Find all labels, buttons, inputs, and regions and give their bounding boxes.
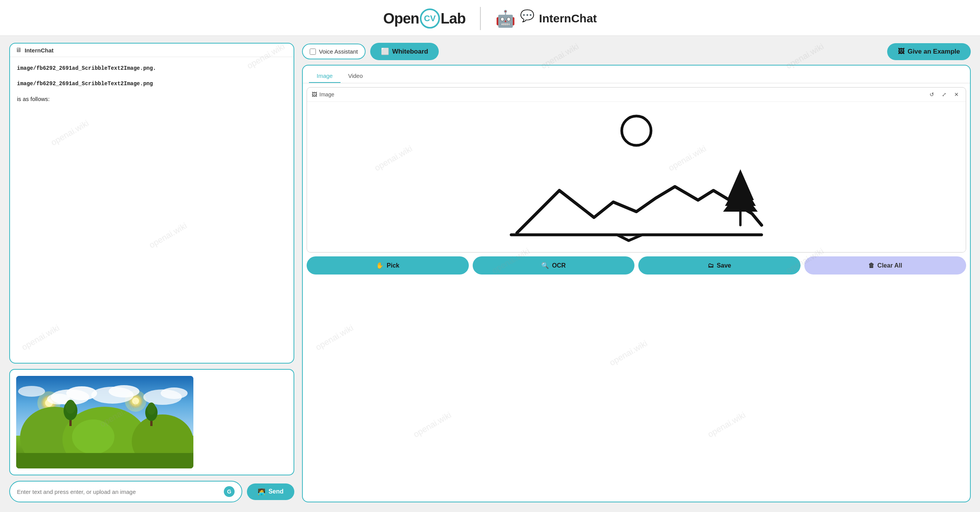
speech-bubble-icon: 💬 <box>520 9 534 22</box>
chat-title: InternChat <box>25 47 54 54</box>
chat-icon: 🖥 <box>15 47 22 54</box>
ocr-emoji-icon: 🔍 <box>541 262 549 269</box>
image-label-icon: 🖼 <box>312 91 317 98</box>
svg-point-19 <box>72 419 114 454</box>
canvas-tabs: Image Video <box>303 66 970 83</box>
chat-image-container <box>9 369 294 475</box>
svg-point-27 <box>622 116 651 145</box>
chat-code-line2: image/fb6292_2691ad_ScribbleText2Image.p… <box>17 81 153 87</box>
robot-icon: 🤖 <box>495 9 515 28</box>
drawing-area-wrapper: 🖼 Image ↺ ⤢ ✕ <box>303 83 970 256</box>
send-button[interactable]: 🧑‍💻 Send <box>247 483 294 500</box>
whiteboard-label: Whiteboard <box>392 48 428 56</box>
drawing-canvas[interactable] <box>307 102 966 252</box>
send-label: Send <box>268 488 284 495</box>
voice-assistant-control[interactable]: Voice Assistant <box>302 44 366 59</box>
send-emoji-icon: 🧑‍💻 <box>258 488 265 495</box>
give-example-emoji-icon: 🖼 <box>898 48 904 56</box>
ocr-label: OCR <box>552 262 566 269</box>
svg-point-22 <box>65 400 76 414</box>
svg-point-25 <box>147 403 156 415</box>
drawing-area-inner: 🖼 Image ↺ ⤢ ✕ <box>307 87 966 253</box>
bottom-actions: ✋ Pick 🔍 OCR 🗂 Save 🗑 Clear All <box>303 256 970 278</box>
undo-icon[interactable]: ↺ <box>927 90 936 99</box>
header: Open CV Lab 🤖 💬 InternChat <box>0 0 980 36</box>
svg-rect-26 <box>16 453 193 468</box>
top-controls: Voice Assistant ⬜ Whiteboard 🖼 Give an E… <box>302 43 971 60</box>
main-layout: 🖥 InternChat image/fb6292_2691ad_Scribbl… <box>0 36 980 509</box>
voice-assistant-checkbox[interactable] <box>310 49 316 55</box>
chat-code-line1: image/fb6292_2691ad_ScribbleText2Image.p… <box>17 65 156 71</box>
landscape-image <box>16 376 193 468</box>
pick-label: Pick <box>387 262 399 269</box>
clear-emoji-icon: 🗑 <box>868 262 874 269</box>
svg-point-14 <box>18 386 45 397</box>
whiteboard-button[interactable]: ⬜ Whiteboard <box>370 43 439 60</box>
logo-lab: Lab <box>441 10 466 27</box>
grammarly-icon[interactable]: G <box>224 486 235 497</box>
chat-message-2: image/fb6292_2691ad_ScribbleText2Image.p… <box>17 79 287 88</box>
svg-point-13 <box>161 387 188 399</box>
save-label: Save <box>717 262 731 269</box>
text-input-container[interactable]: G <box>9 481 242 502</box>
clear-all-label: Clear All <box>878 262 902 269</box>
internchat-logo: 🤖 💬 InternChat <box>495 9 597 28</box>
chat-text-input[interactable] <box>17 488 220 495</box>
logo-cv: CV <box>420 8 440 29</box>
opencvlab-logo: Open CV Lab <box>383 8 466 29</box>
pick-button[interactable]: ✋ Pick <box>307 256 469 275</box>
tab-video[interactable]: Video <box>341 69 371 83</box>
drawing-label: 🖼 Image <box>312 91 334 98</box>
chat-message-1: image/fb6292_2691ad_ScribbleText2Image.p… <box>17 63 287 72</box>
save-emoji-icon: 🗂 <box>708 262 714 269</box>
internchat-label: InternChat <box>539 12 597 25</box>
chat-message-3: is as follows: <box>17 94 287 104</box>
voice-assistant-label: Voice Assistant <box>319 48 358 55</box>
sketch-svg <box>307 102 966 252</box>
save-button[interactable]: 🗂 Save <box>638 256 800 275</box>
chat-messages: image/fb6292_2691ad_ScribbleText2Image.p… <box>10 57 294 110</box>
give-example-button[interactable]: 🖼 Give an Example <box>887 43 971 60</box>
whiteboard-emoji-icon: ⬜ <box>381 47 389 56</box>
right-panel: Voice Assistant ⬜ Whiteboard 🖼 Give an E… <box>302 43 971 502</box>
drawing-controls-right: ↺ ⤢ ✕ <box>927 90 961 99</box>
svg-point-11 <box>109 385 139 397</box>
give-example-label: Give an Example <box>908 48 960 56</box>
landscape-svg <box>16 376 193 468</box>
clear-all-button[interactable]: 🗑 Clear All <box>804 256 967 275</box>
tab-image[interactable]: Image <box>309 69 341 83</box>
image-label-text: Image <box>319 91 334 98</box>
chat-panel: 🖥 InternChat image/fb6292_2691ad_Scribbl… <box>9 43 294 502</box>
chat-header-bar: 🖥 InternChat <box>10 44 294 57</box>
canvas-panel: Image Video 🖼 Image ↺ ⤢ ✕ <box>302 65 971 502</box>
close-drawing-icon[interactable]: ✕ <box>952 90 961 99</box>
drawing-label-bar: 🖼 Image ↺ ⤢ ✕ <box>307 88 966 102</box>
chat-window: 🖥 InternChat image/fb6292_2691ad_Scribbl… <box>9 43 294 364</box>
ocr-button[interactable]: 🔍 OCR <box>473 256 635 275</box>
logo-open: Open <box>383 10 419 27</box>
input-area: G 🧑‍💻 Send <box>9 481 294 502</box>
pick-emoji-icon: ✋ <box>376 262 384 269</box>
header-divider <box>480 7 481 30</box>
expand-icon[interactable]: ⤢ <box>940 90 949 99</box>
